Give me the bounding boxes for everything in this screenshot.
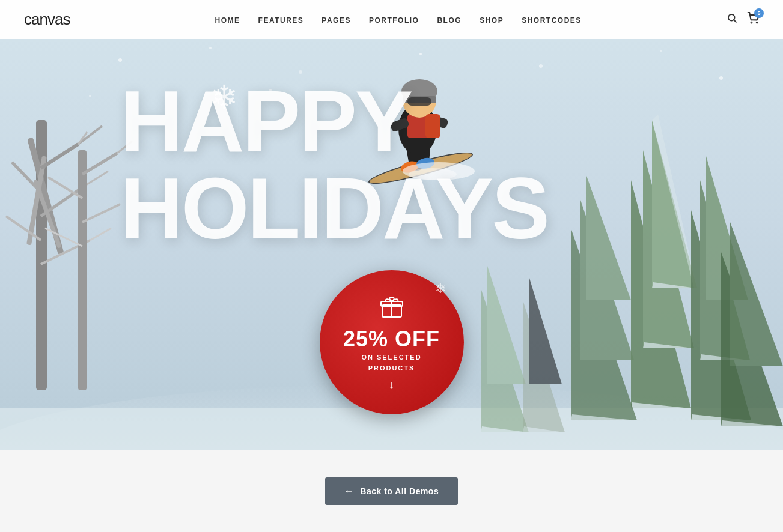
svg-point-2 (751, 22, 752, 23)
cart-count: 5 (754, 8, 764, 18)
search-button[interactable] (727, 13, 737, 26)
nav-blog[interactable]: BLOG (437, 16, 462, 25)
back-button-label: Back to All Demos (360, 486, 439, 496)
nav-features[interactable]: FEATURES (258, 16, 304, 25)
logo[interactable]: canvas (24, 10, 70, 29)
promo-snowflake-icon: ❄ (435, 281, 446, 297)
headline-holidays: HOLIDAYS (120, 165, 548, 252)
nav-home[interactable]: HOME (215, 16, 240, 25)
logo-text: canvas (24, 10, 70, 28)
svg-point-3 (757, 22, 758, 23)
nav-shop[interactable]: SHOP (480, 16, 504, 25)
cart-button[interactable]: 5 (747, 12, 759, 27)
back-to-demos-button[interactable]: ← Back to All Demos (325, 477, 458, 505)
hero-section: HAPPY HOLIDAYS ❄ ❄ 25% OFF ON SELECTED P… (0, 0, 783, 450)
navbar: canvas HOME FEATURES PAGES PORTFOLIO BLO… (0, 0, 783, 39)
svg-point-52 (209, 47, 212, 49)
svg-point-0 (728, 14, 735, 21)
navbar-actions: 5 (727, 12, 759, 27)
promo-discount-text: 25% OFF (343, 328, 440, 350)
gift-icon (379, 293, 405, 325)
nav-pages[interactable]: PAGES (321, 16, 351, 25)
snowflake-decoration: ❄ (210, 78, 238, 116)
svg-point-54 (419, 53, 422, 55)
svg-rect-6 (0, 408, 783, 450)
promo-down-arrow: ↓ (389, 379, 394, 391)
svg-point-51 (118, 58, 122, 62)
svg-point-58 (89, 95, 91, 97)
svg-point-57 (719, 76, 723, 80)
back-arrow-icon: ← (344, 486, 355, 497)
promo-subtitle: ON SELECTED PRODUCTS (361, 352, 421, 373)
promo-circle[interactable]: ❄ 25% OFF ON SELECTED PRODUCTS ↓ (320, 270, 464, 414)
svg-point-56 (660, 50, 662, 52)
nav-links: HOME FEATURES PAGES PORTFOLIO BLOG SHOP … (215, 14, 582, 25)
svg-point-55 (539, 64, 543, 68)
hero-headline: HAPPY HOLIDAYS (120, 78, 548, 252)
headline-happy: HAPPY (120, 78, 548, 165)
svg-rect-20 (78, 150, 87, 390)
nav-shortcodes[interactable]: SHORTCODES (522, 16, 582, 25)
nav-portfolio[interactable]: PORTFOLIO (369, 16, 419, 25)
svg-line-1 (734, 20, 736, 22)
footer-area: ← Back to All Demos (0, 450, 783, 532)
